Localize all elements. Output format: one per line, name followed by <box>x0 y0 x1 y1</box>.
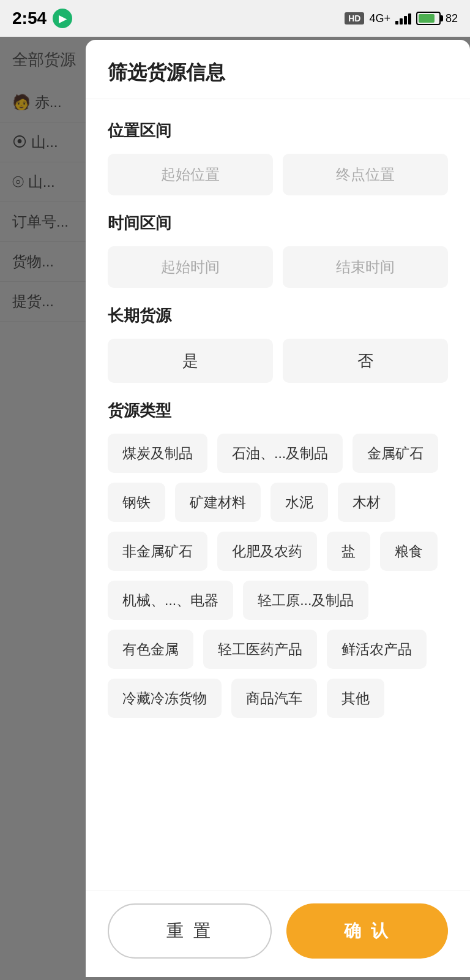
type-chip-8[interactable]: 化肥及农药 <box>217 532 317 571</box>
youku-icon: ▶ <box>53 9 72 28</box>
type-chip-grid: 煤炭及制品石油、...及制品金属矿石钢铁矿建材料水泥木材非金属矿石化肥及农药盐粮… <box>108 434 448 718</box>
type-chip-7[interactable]: 非金属矿石 <box>108 532 207 571</box>
type-chip-0[interactable]: 煤炭及制品 <box>108 434 207 473</box>
type-chip-10[interactable]: 粮食 <box>380 532 438 571</box>
hd-badge: HD <box>345 12 364 24</box>
modal-title: 筛选货源信息 <box>108 61 225 83</box>
type-chip-18[interactable]: 其他 <box>327 679 384 718</box>
type-chip-4[interactable]: 矿建材料 <box>175 483 261 522</box>
modal-header: 筛选货源信息 <box>86 40 470 99</box>
location-section-label: 位置区间 <box>108 120 448 141</box>
time-section-label: 时间区间 <box>108 213 448 234</box>
longterm-no-button[interactable]: 否 <box>283 339 448 383</box>
type-chip-12[interactable]: 轻工原...及制品 <box>243 581 368 620</box>
reset-button[interactable]: 重 置 <box>108 903 272 959</box>
signal-bars-icon <box>395 12 411 24</box>
network-type: 4G+ <box>369 12 390 25</box>
type-chip-17[interactable]: 商品汽车 <box>231 679 317 718</box>
battery-icon <box>416 12 441 25</box>
type-chip-16[interactable]: 冷藏冷冻货物 <box>108 679 222 718</box>
type-chip-11[interactable]: 机械、...、电器 <box>108 581 233 620</box>
end-time-input[interactable]: 结束时间 <box>283 246 448 288</box>
longterm-section-label: 长期货源 <box>108 305 448 326</box>
type-chip-3[interactable]: 钢铁 <box>108 483 165 522</box>
modal-footer: 重 置 确 认 <box>86 891 470 977</box>
start-time-input[interactable]: 起始时间 <box>108 246 273 288</box>
type-chip-13[interactable]: 有色金属 <box>108 630 193 669</box>
type-chip-9[interactable]: 盐 <box>327 532 370 571</box>
modal-body: 位置区间 起始位置 终点位置 时间区间 起始时间 结束时间 长期货源 是 否 货 <box>86 99 470 891</box>
type-chip-1[interactable]: 石油、...及制品 <box>217 434 343 473</box>
location-input-row: 起始位置 终点位置 <box>108 154 448 195</box>
start-location-input[interactable]: 起始位置 <box>108 154 273 195</box>
longterm-toggle-row: 是 否 <box>108 339 448 383</box>
type-chip-2[interactable]: 金属矿石 <box>352 434 438 473</box>
status-icons: HD 4G+ 82 <box>345 12 458 25</box>
type-chip-14[interactable]: 轻工医药产品 <box>203 630 317 669</box>
end-location-input[interactable]: 终点位置 <box>283 154 448 195</box>
longterm-yes-button[interactable]: 是 <box>108 339 273 383</box>
confirm-button[interactable]: 确 认 <box>286 903 448 959</box>
type-section-label: 货源类型 <box>108 400 448 421</box>
type-chip-5[interactable]: 水泥 <box>270 483 328 522</box>
status-time: 2:54 <box>12 9 47 28</box>
filter-modal: 筛选货源信息 位置区间 起始位置 终点位置 时间区间 起始时间 结束时间 长期货… <box>86 40 470 977</box>
battery-percent: 82 <box>446 12 458 25</box>
type-chip-6[interactable]: 木材 <box>338 483 395 522</box>
status-bar: 2:54 ▶ HD 4G+ 82 <box>0 0 470 37</box>
type-chip-15[interactable]: 鲜活农产品 <box>327 630 427 669</box>
time-input-row: 起始时间 结束时间 <box>108 246 448 288</box>
